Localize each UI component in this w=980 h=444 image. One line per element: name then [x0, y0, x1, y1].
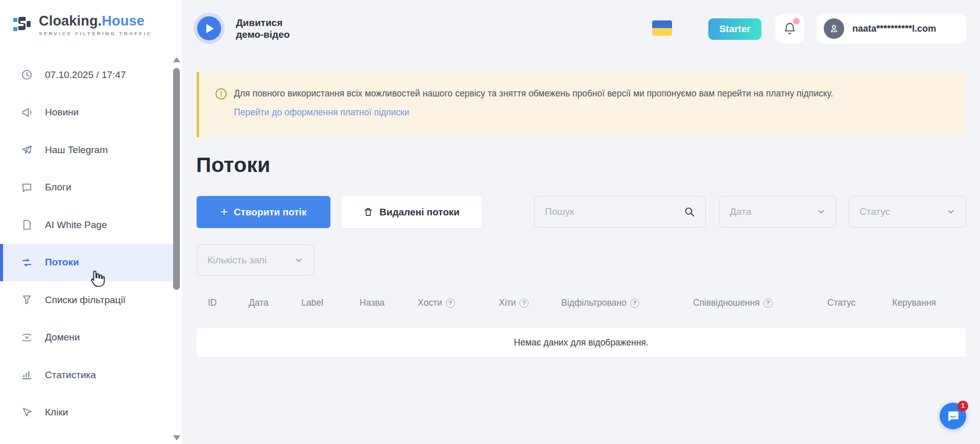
- sidebar-item-ai-white-page[interactable]: AI White Page: [0, 206, 174, 244]
- svg-text:w: w: [25, 335, 29, 340]
- page-title: Потоки: [196, 153, 271, 177]
- sidebar-item-label: Статистика: [45, 369, 96, 381]
- sidebar-item-statistics[interactable]: Статистика: [0, 356, 174, 394]
- logo-text: Cloaking.House SERVICE FILTERING TRAFFIC: [39, 13, 152, 36]
- column-header-filtered: Відфільтровано?: [561, 298, 693, 308]
- page-icon: [20, 219, 33, 231]
- sidebar-menu: 07.10.2025 / 17:47 Новини Наш Telegram Б…: [0, 56, 174, 431]
- records-count-label: Кількість запі: [207, 255, 267, 266]
- plus-icon: +: [221, 206, 228, 218]
- trash-icon: [363, 207, 373, 217]
- language-flag-ukraine[interactable]: [652, 20, 672, 36]
- streams-icon: [20, 256, 33, 268]
- brand-tagline: SERVICE FILTERING TRAFFIC: [39, 31, 152, 36]
- sidebar-item-blogs[interactable]: Блоги: [0, 169, 174, 207]
- megaphone-icon: [20, 106, 33, 118]
- chat-widget-icon: [946, 409, 960, 423]
- sidebar-item-telegram[interactable]: Наш Telegram: [0, 131, 174, 169]
- search-icon: [684, 206, 695, 217]
- search-input[interactable]: [545, 206, 684, 217]
- sidebar-item-label: 07.10.2025 / 17:47: [45, 69, 126, 81]
- sidebar-item-label: Блоги: [45, 182, 71, 193]
- banner-text: Для повного використання всіх можливосте…: [234, 87, 833, 100]
- demo-video-play-button[interactable]: [197, 16, 221, 40]
- avatar: [824, 18, 844, 39]
- column-header-date: Дата: [249, 298, 301, 308]
- sidebar: Cloaking.House SERVICE FILTERING TRAFFIC…: [0, 0, 182, 444]
- column-header-ratio: Співвідношення?: [693, 298, 827, 308]
- column-header-hits: Хіти?: [499, 298, 561, 308]
- sidebar-item-date[interactable]: 07.10.2025 / 17:47: [0, 56, 174, 94]
- column-header-status: Статус: [827, 298, 892, 308]
- stats-icon: [20, 369, 33, 381]
- user-email: naata**********l.com: [852, 23, 936, 34]
- search-field[interactable]: [534, 196, 706, 228]
- sidebar-item-label: Новини: [45, 107, 79, 118]
- chevron-down-icon: [294, 256, 303, 265]
- warning-icon: !: [216, 88, 227, 100]
- scroll-up-arrow[interactable]: [173, 57, 180, 62]
- help-icon[interactable]: ?: [519, 299, 529, 308]
- help-icon[interactable]: ?: [446, 299, 455, 308]
- scroll-down-arrow[interactable]: [173, 435, 180, 440]
- status-filter-label: Статус: [859, 206, 890, 217]
- sidebar-item-label: Домени: [45, 332, 80, 343]
- clock-icon: [20, 69, 33, 81]
- date-filter-label: Дата: [730, 206, 751, 217]
- chat-unread-badge: 1: [958, 401, 968, 411]
- flag-yellow-stripe: [652, 28, 672, 36]
- help-icon[interactable]: ?: [763, 299, 773, 308]
- plan-badge-button[interactable]: Starter: [708, 18, 761, 40]
- chevron-down-icon: [817, 207, 826, 216]
- date-filter-dropdown[interactable]: Дата: [719, 196, 836, 228]
- chat-icon: [20, 181, 33, 193]
- chat-widget-button[interactable]: 1: [940, 403, 966, 429]
- demo-video-label[interactable]: Дивитися демо-відео: [236, 17, 290, 40]
- play-icon: [206, 24, 214, 33]
- help-icon[interactable]: ?: [630, 299, 639, 308]
- sidebar-item-label: Списки фільтрації: [45, 294, 126, 306]
- person-icon: [828, 23, 840, 34]
- sidebar-scrollbar[interactable]: [173, 55, 181, 440]
- empty-state-row: Немає даних для відображення.: [197, 328, 966, 357]
- records-count-dropdown[interactable]: Кількість запі: [197, 244, 314, 276]
- column-header-label: Label: [301, 298, 360, 308]
- sidebar-item-label: Кліки: [45, 407, 68, 418]
- trial-warning-banner: ! Для повного використання всіх можливос…: [197, 72, 966, 137]
- sidebar-item-clicks[interactable]: Кліки: [0, 394, 174, 432]
- column-header-management: Керування: [892, 298, 953, 308]
- upgrade-subscription-link[interactable]: Перейти до оформлення платної підписки: [234, 107, 409, 118]
- column-header-hosts: Хости?: [418, 298, 499, 308]
- chevron-down-icon: [946, 207, 955, 216]
- sidebar-item-streams[interactable]: Потоки: [0, 244, 174, 282]
- status-filter-dropdown[interactable]: Статус: [849, 196, 966, 228]
- user-account-button[interactable]: naata**********l.com: [817, 14, 966, 43]
- notifications-button[interactable]: [775, 14, 804, 43]
- column-header-name: Назва: [360, 298, 418, 308]
- notification-dot: [793, 18, 800, 24]
- streams-table-header: ID Дата Label Назва Хости? Хіти? Відфіль…: [208, 298, 953, 308]
- scrollbar-thumb[interactable]: [173, 68, 180, 290]
- empty-state-text: Немає даних для відображення.: [514, 337, 648, 348]
- clicks-icon: [20, 406, 33, 418]
- logo-icon: [12, 14, 33, 36]
- telegram-icon: [20, 144, 33, 156]
- sidebar-item-label: Наш Telegram: [45, 144, 108, 156]
- create-stream-button[interactable]: + Створити потік: [197, 196, 330, 228]
- flag-blue-stripe: [652, 20, 672, 28]
- sidebar-item-domains[interactable]: w Домени: [0, 319, 174, 357]
- brand-name: Cloaking.House: [39, 13, 145, 29]
- logo[interactable]: Cloaking.House SERVICE FILTERING TRAFFIC: [12, 13, 152, 36]
- sidebar-item-news[interactable]: Новини: [0, 94, 174, 132]
- deleted-streams-button[interactable]: Видалені потоки: [341, 196, 482, 228]
- column-header-id: ID: [208, 298, 249, 308]
- sidebar-item-label: AI White Page: [45, 219, 107, 231]
- filter-icon: [20, 294, 33, 306]
- domain-icon: w: [20, 331, 33, 343]
- sidebar-item-label: Потоки: [45, 257, 79, 268]
- sidebar-item-filter-lists[interactable]: Списки фільтрації: [0, 281, 174, 319]
